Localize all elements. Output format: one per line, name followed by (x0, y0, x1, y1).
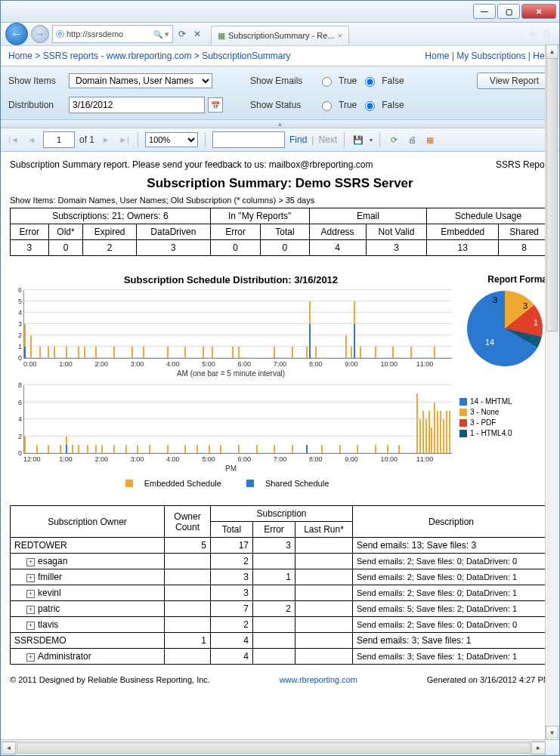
last-page-button: ►| (117, 133, 131, 147)
home-icon[interactable]: ⌂ (517, 28, 523, 40)
report-brand: SSRS Report (496, 159, 550, 170)
page-input[interactable] (43, 131, 75, 148)
chart-legend: Embedded Schedule Shared Schedule (10, 479, 452, 489)
find-link[interactable]: Find (289, 134, 307, 145)
crumb-home[interactable]: Home (8, 51, 32, 61)
first-page-button: |◄ (7, 133, 20, 147)
link-home[interactable]: Home (425, 51, 449, 61)
show-status-radio: True False (318, 99, 439, 111)
expand-icon[interactable]: + (26, 574, 35, 582)
parameter-panel: Show Items Domain Names, User Names Show… (1, 66, 559, 120)
panel-splitter[interactable]: ▲ (1, 120, 559, 128)
pm-bar-chart: 02468 (23, 385, 452, 454)
nav-bar: ← → ⓔ http://ssrsdemo 🔍 ▾ ⟳ ✕ ▦ Subscrip… (1, 23, 559, 46)
scroll-thumb-h[interactable] (17, 742, 531, 754)
footer-link[interactable]: www.rbreporting.com (280, 675, 357, 684)
table-row: +esagan2Send emails: 2; Save files: 0; D… (11, 554, 550, 569)
atom-button[interactable]: ▦ (423, 133, 437, 147)
show-emails-radio: True False (318, 75, 439, 87)
report-viewer: Subscription Summary report. Please send… (1, 152, 559, 756)
expand-icon[interactable]: + (26, 558, 35, 566)
link-subscriptions[interactable]: My Subscriptions (456, 51, 525, 61)
crumb-report[interactable]: SubscriptionSummary (202, 51, 290, 61)
scroll-down-icon[interactable]: ▼ (546, 726, 558, 740)
table-row: +fmiller31Send emails: 2; Save files: 0;… (11, 569, 550, 585)
report-toolbar: |◄ ◄ of 1 ► ►| 100% Find | Next 💾▾ ⟳ 🖨 ▦ (1, 128, 559, 152)
show-status-label: Show Status (250, 100, 318, 110)
report-intro: Subscription Summary report. Please send… (10, 159, 373, 170)
breadcrumb-bar: Home > SSRS reports - www.rbreporting.co… (1, 46, 559, 66)
forward-button[interactable]: → (31, 25, 49, 43)
table-row: REDTOWER5173Send emails: 13; Save files:… (11, 538, 550, 554)
report-subtitle: Show Items: Domain Names, User Names; Ol… (10, 196, 550, 205)
scroll-left-icon[interactable]: ◄ (2, 742, 16, 754)
expand-icon[interactable]: + (26, 653, 35, 662)
expand-icon[interactable]: + (26, 622, 35, 630)
stop-icon[interactable]: ✕ (191, 28, 203, 40)
vertical-scrollbar[interactable]: ▲ ▼ (545, 45, 558, 740)
table-row: +patric72Send emails: 5; Save files: 2; … (11, 601, 550, 617)
report-icon: ▦ (218, 31, 225, 41)
maximize-button[interactable]: ▢ (497, 4, 520, 19)
expand-icon[interactable]: + (26, 606, 35, 614)
show-items-label: Show Items (8, 76, 69, 86)
url-text: http://ssrsdemo (67, 29, 123, 39)
owners-table: Subscription Owner Owner Count Subscript… (10, 505, 550, 665)
am-caption: AM (one bar = 5 minute interval) (10, 369, 452, 378)
find-input[interactable] (212, 131, 285, 148)
status-false[interactable] (365, 101, 375, 111)
summary-table: Subscriptions: 21; Owners: 6 In "My Repo… (10, 208, 550, 256)
show-items-select[interactable]: Domain Names, User Names (69, 73, 212, 88)
breadcrumb-right: Home | My Subscriptions | Help (425, 51, 552, 61)
pm-caption: PM (10, 464, 452, 473)
distribution-input[interactable] (69, 97, 205, 113)
tab-strip: ▦ SubscriptionSummary - Re... × (211, 23, 511, 45)
chart-title: Subscription Schedule Distribution: 3/16… (10, 274, 452, 285)
tab-title: SubscriptionSummary - Re... (228, 31, 335, 40)
scroll-right-icon[interactable]: ► (531, 742, 546, 754)
close-button[interactable]: ✕ (521, 4, 556, 19)
show-emails-label: Show Emails (250, 76, 318, 86)
scroll-up-icon[interactable]: ▲ (546, 45, 558, 59)
next-page-button: ► (99, 133, 113, 147)
favorites-icon[interactable]: ★ (528, 28, 537, 40)
back-button[interactable]: ← (5, 23, 28, 45)
titlebar: — ▢ ✕ (1, 1, 559, 23)
report-title: Subscription Summary: Demo SSRS Server (10, 176, 550, 191)
emails-false[interactable] (365, 77, 375, 87)
horizontal-scrollbar[interactable]: ◄ ► (2, 741, 546, 754)
gear-icon[interactable]: ⚙ (542, 28, 552, 40)
refresh-button[interactable]: ⟳ (387, 133, 401, 147)
expand-icon[interactable]: + (26, 590, 35, 598)
emails-true[interactable] (322, 77, 332, 87)
report-footer: © 2011 Designed by Reliable Business Rep… (10, 675, 550, 684)
print-button[interactable]: 🖨 (405, 133, 419, 147)
ie-icon: ⓔ (56, 29, 64, 40)
format-pie-chart: 3 3 1 14 (467, 291, 543, 366)
page-of: of 1 (79, 134, 94, 145)
tab-close-icon[interactable]: × (338, 31, 342, 40)
status-true[interactable] (322, 101, 332, 111)
crumb-site[interactable]: SSRS reports - www.rbreporting.com (43, 51, 192, 61)
table-row: +Administrator4Send emails: 3; Save file… (11, 649, 550, 665)
zoom-select[interactable]: 100% (145, 132, 198, 147)
browser-window: — ▢ ✕ ← → ⓔ http://ssrsdemo 🔍 ▾ ⟳ ✕ ▦ Su… (0, 0, 560, 756)
breadcrumb-left: Home > SSRS reports - www.rbreporting.co… (8, 51, 291, 61)
prev-page-button: ◄ (25, 133, 39, 147)
nav-right-icons: ⌂ ★ ⚙ (514, 28, 555, 40)
table-row: +kevinl3Send emails: 2; Save files: 0; D… (11, 585, 550, 601)
view-report-button[interactable]: View Report (477, 73, 552, 89)
am-bar-chart: 0123456 (23, 290, 452, 359)
calendar-icon[interactable]: 📅 (208, 97, 223, 113)
export-button[interactable]: 💾 (351, 133, 365, 147)
browser-tab[interactable]: ▦ SubscriptionSummary - Re... × (211, 26, 349, 45)
pie-legend: 14 - MHTML3 - None3 - PDF1 - HTML4.0 (459, 397, 550, 439)
distribution-label: Distribution (8, 100, 69, 110)
address-bar[interactable]: ⓔ http://ssrsdemo 🔍 ▾ (52, 25, 173, 43)
scroll-thumb[interactable] (546, 58, 558, 332)
minimize-button[interactable]: — (473, 4, 496, 19)
table-row: +tlavis2Send emails: 2; Save files: 0; D… (11, 617, 550, 633)
search-icon[interactable]: 🔍 (153, 30, 162, 39)
refresh-icon[interactable]: ⟳ (176, 28, 188, 40)
find-next-link: Next (318, 134, 337, 145)
